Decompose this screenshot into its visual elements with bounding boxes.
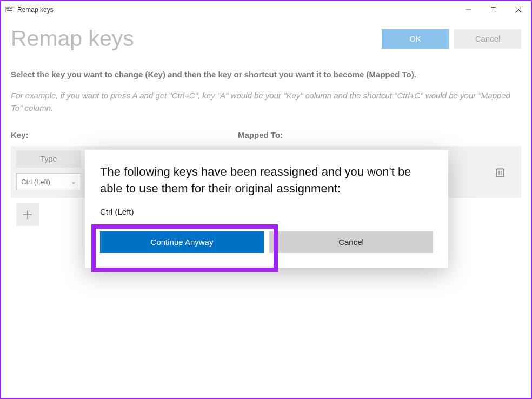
svg-rect-3 xyxy=(10,8,11,9)
svg-rect-0 xyxy=(5,7,14,12)
minimize-button[interactable] xyxy=(456,1,481,18)
app-icon xyxy=(5,6,14,13)
svg-rect-1 xyxy=(6,8,8,9)
svg-rect-10 xyxy=(497,169,504,177)
delete-row-button[interactable] xyxy=(494,166,506,178)
header-row: Remap keys OK Cancel xyxy=(11,26,521,51)
column-headers: Key: Mapped To: xyxy=(11,130,521,139)
svg-rect-5 xyxy=(7,10,12,11)
dialog-buttons: Continue Anyway Cancel xyxy=(100,231,433,253)
titlebar: Remap keys xyxy=(1,1,531,18)
svg-rect-7 xyxy=(491,8,496,12)
type-key-button[interactable]: Type xyxy=(16,150,81,168)
dialog-key-list: Ctrl (Left) xyxy=(100,207,433,216)
window-controls xyxy=(456,1,531,18)
dialog-cancel-button[interactable]: Cancel xyxy=(269,231,433,253)
header-buttons: OK Cancel xyxy=(382,29,521,49)
svg-line-8 xyxy=(516,7,521,12)
window-title: Remap keys xyxy=(17,6,54,14)
continue-anyway-button[interactable]: Continue Anyway xyxy=(100,231,264,253)
svg-line-9 xyxy=(516,7,521,12)
key-column-cell: Type Ctrl (Left) ⌄ xyxy=(16,150,81,190)
cancel-button[interactable]: Cancel xyxy=(454,29,521,49)
instructions-example: For example, if you want to press A and … xyxy=(11,90,521,114)
chevron-down-icon: ⌄ xyxy=(71,178,76,185)
close-button[interactable] xyxy=(506,1,531,18)
add-mapping-button[interactable] xyxy=(16,203,39,226)
column-header-mapped-to: Mapped To: xyxy=(238,130,521,139)
maximize-button[interactable] xyxy=(481,1,506,18)
key-dropdown-value: Ctrl (Left) xyxy=(21,178,50,186)
instructions-primary: Select the key you want to change (Key) … xyxy=(11,70,521,79)
confirmation-dialog: The following keys have been reassigned … xyxy=(85,150,448,268)
dialog-message: The following keys have been reassigned … xyxy=(100,164,433,197)
column-header-key: Key: xyxy=(11,130,238,139)
ok-button[interactable]: OK xyxy=(382,29,449,49)
svg-rect-2 xyxy=(8,8,9,9)
page-title: Remap keys xyxy=(11,26,134,51)
svg-rect-4 xyxy=(11,8,12,9)
key-dropdown[interactable]: Ctrl (Left) ⌄ xyxy=(16,173,81,190)
